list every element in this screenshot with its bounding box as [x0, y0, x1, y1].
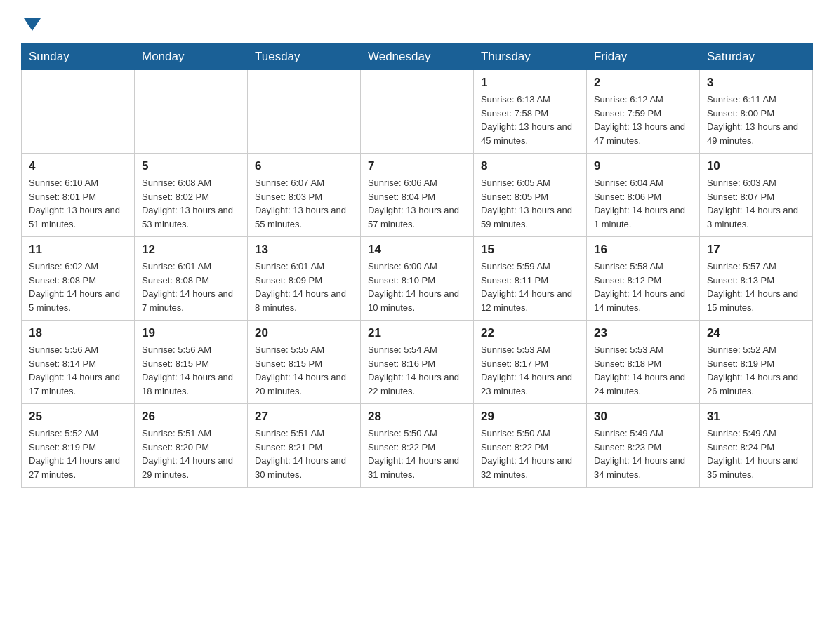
calendar-cell: 24Sunrise: 5:52 AMSunset: 8:19 PMDayligh… — [699, 321, 812, 404]
calendar-cell: 13Sunrise: 6:01 AMSunset: 8:09 PMDayligh… — [247, 237, 360, 321]
day-number: 13 — [255, 243, 353, 257]
calendar-week-row-4: 18Sunrise: 5:56 AMSunset: 8:14 PMDayligh… — [22, 321, 813, 404]
day-info: Sunrise: 5:51 AMSunset: 8:21 PMDaylight:… — [255, 427, 353, 481]
calendar-cell: 9Sunrise: 6:04 AMSunset: 8:06 PMDaylight… — [586, 154, 699, 237]
calendar-week-row-5: 25Sunrise: 5:52 AMSunset: 8:19 PMDayligh… — [22, 404, 813, 488]
calendar-week-row-1: 1Sunrise: 6:13 AMSunset: 7:58 PMDaylight… — [22, 70, 813, 154]
day-number: 3 — [707, 76, 805, 90]
day-info: Sunrise: 6:00 AMSunset: 8:10 PMDaylight:… — [368, 260, 466, 314]
day-info: Sunrise: 5:56 AMSunset: 8:14 PMDaylight:… — [29, 343, 127, 398]
day-number: 26 — [142, 410, 240, 424]
day-info: Sunrise: 5:58 AMSunset: 8:12 PMDaylight:… — [594, 260, 692, 314]
calendar-cell: 7Sunrise: 6:06 AMSunset: 8:04 PMDaylight… — [360, 154, 473, 237]
day-info: Sunrise: 5:49 AMSunset: 8:23 PMDaylight:… — [594, 427, 692, 481]
page-header — [21, 14, 813, 31]
day-number: 9 — [594, 159, 692, 173]
calendar-table: SundayMondayTuesdayWednesdayThursdayFrid… — [21, 43, 813, 488]
day-number: 23 — [594, 326, 692, 340]
calendar-cell — [247, 70, 360, 154]
calendar-cell: 19Sunrise: 5:56 AMSunset: 8:15 PMDayligh… — [134, 321, 247, 404]
day-number: 16 — [594, 243, 692, 257]
day-number: 6 — [255, 159, 353, 173]
day-info: Sunrise: 6:04 AMSunset: 8:06 PMDaylight:… — [594, 176, 692, 231]
day-number: 24 — [707, 326, 805, 340]
day-info: Sunrise: 5:49 AMSunset: 8:24 PMDaylight:… — [707, 427, 805, 481]
day-info: Sunrise: 6:11 AMSunset: 8:00 PMDaylight:… — [707, 93, 805, 147]
calendar-cell: 31Sunrise: 5:49 AMSunset: 8:24 PMDayligh… — [699, 404, 812, 488]
weekday-header-wednesday: Wednesday — [360, 44, 473, 70]
weekday-header-tuesday: Tuesday — [247, 44, 360, 70]
day-number: 1 — [481, 76, 579, 90]
calendar-cell: 30Sunrise: 5:49 AMSunset: 8:23 PMDayligh… — [586, 404, 699, 488]
day-info: Sunrise: 6:02 AMSunset: 8:08 PMDaylight:… — [29, 260, 127, 314]
day-info: Sunrise: 6:13 AMSunset: 7:58 PMDaylight:… — [481, 93, 579, 147]
day-number: 25 — [29, 410, 127, 424]
calendar-body: 1Sunrise: 6:13 AMSunset: 7:58 PMDaylight… — [22, 70, 813, 488]
day-number: 21 — [368, 326, 466, 340]
day-info: Sunrise: 6:05 AMSunset: 8:05 PMDaylight:… — [481, 176, 579, 231]
day-info: Sunrise: 6:01 AMSunset: 8:08 PMDaylight:… — [142, 260, 240, 314]
day-info: Sunrise: 5:53 AMSunset: 8:17 PMDaylight:… — [481, 343, 579, 398]
day-info: Sunrise: 6:12 AMSunset: 7:59 PMDaylight:… — [594, 93, 692, 147]
logo — [21, 14, 41, 31]
calendar-cell: 4Sunrise: 6:10 AMSunset: 8:01 PMDaylight… — [22, 154, 135, 237]
calendar-cell: 1Sunrise: 6:13 AMSunset: 7:58 PMDaylight… — [473, 70, 586, 154]
day-number: 7 — [368, 159, 466, 173]
day-number: 15 — [481, 243, 579, 257]
day-info: Sunrise: 5:51 AMSunset: 8:20 PMDaylight:… — [142, 427, 240, 481]
day-info: Sunrise: 5:55 AMSunset: 8:15 PMDaylight:… — [255, 343, 353, 398]
day-info: Sunrise: 6:03 AMSunset: 8:07 PMDaylight:… — [707, 176, 805, 231]
day-number: 18 — [29, 326, 127, 340]
day-number: 12 — [142, 243, 240, 257]
day-info: Sunrise: 5:56 AMSunset: 8:15 PMDaylight:… — [142, 343, 240, 398]
day-number: 10 — [707, 159, 805, 173]
weekday-header-monday: Monday — [134, 44, 247, 70]
calendar-cell: 12Sunrise: 6:01 AMSunset: 8:08 PMDayligh… — [134, 237, 247, 321]
calendar-cell: 16Sunrise: 5:58 AMSunset: 8:12 PMDayligh… — [586, 237, 699, 321]
calendar-cell: 27Sunrise: 5:51 AMSunset: 8:21 PMDayligh… — [247, 404, 360, 488]
calendar-cell: 5Sunrise: 6:08 AMSunset: 8:02 PMDaylight… — [134, 154, 247, 237]
day-number: 30 — [594, 410, 692, 424]
day-number: 27 — [255, 410, 353, 424]
calendar-cell — [22, 70, 135, 154]
calendar-cell: 17Sunrise: 5:57 AMSunset: 8:13 PMDayligh… — [699, 237, 812, 321]
calendar-cell — [360, 70, 473, 154]
calendar-cell: 15Sunrise: 5:59 AMSunset: 8:11 PMDayligh… — [473, 237, 586, 321]
day-number: 8 — [481, 159, 579, 173]
day-info: Sunrise: 5:53 AMSunset: 8:18 PMDaylight:… — [594, 343, 692, 398]
day-info: Sunrise: 5:52 AMSunset: 8:19 PMDaylight:… — [29, 427, 127, 481]
calendar-cell: 3Sunrise: 6:11 AMSunset: 8:00 PMDaylight… — [699, 70, 812, 154]
day-info: Sunrise: 6:01 AMSunset: 8:09 PMDaylight:… — [255, 260, 353, 314]
logo-arrow-icon — [24, 18, 41, 31]
calendar-cell: 25Sunrise: 5:52 AMSunset: 8:19 PMDayligh… — [22, 404, 135, 488]
calendar-week-row-3: 11Sunrise: 6:02 AMSunset: 8:08 PMDayligh… — [22, 237, 813, 321]
day-info: Sunrise: 6:07 AMSunset: 8:03 PMDaylight:… — [255, 176, 353, 231]
calendar-cell: 18Sunrise: 5:56 AMSunset: 8:14 PMDayligh… — [22, 321, 135, 404]
calendar-cell: 23Sunrise: 5:53 AMSunset: 8:18 PMDayligh… — [586, 321, 699, 404]
day-number: 17 — [707, 243, 805, 257]
day-info: Sunrise: 5:59 AMSunset: 8:11 PMDaylight:… — [481, 260, 579, 314]
day-number: 19 — [142, 326, 240, 340]
calendar-cell: 26Sunrise: 5:51 AMSunset: 8:20 PMDayligh… — [134, 404, 247, 488]
day-info: Sunrise: 6:06 AMSunset: 8:04 PMDaylight:… — [368, 176, 466, 231]
calendar-cell: 2Sunrise: 6:12 AMSunset: 7:59 PMDaylight… — [586, 70, 699, 154]
day-number: 28 — [368, 410, 466, 424]
day-number: 31 — [707, 410, 805, 424]
calendar-cell: 10Sunrise: 6:03 AMSunset: 8:07 PMDayligh… — [699, 154, 812, 237]
day-info: Sunrise: 5:57 AMSunset: 8:13 PMDaylight:… — [707, 260, 805, 314]
calendar-cell: 28Sunrise: 5:50 AMSunset: 8:22 PMDayligh… — [360, 404, 473, 488]
day-info: Sunrise: 5:52 AMSunset: 8:19 PMDaylight:… — [707, 343, 805, 398]
weekday-header-thursday: Thursday — [473, 44, 586, 70]
calendar-cell: 14Sunrise: 6:00 AMSunset: 8:10 PMDayligh… — [360, 237, 473, 321]
day-info: Sunrise: 6:08 AMSunset: 8:02 PMDaylight:… — [142, 176, 240, 231]
calendar-cell — [134, 70, 247, 154]
calendar-cell: 8Sunrise: 6:05 AMSunset: 8:05 PMDaylight… — [473, 154, 586, 237]
calendar-cell: 21Sunrise: 5:54 AMSunset: 8:16 PMDayligh… — [360, 321, 473, 404]
day-info: Sunrise: 5:50 AMSunset: 8:22 PMDaylight:… — [481, 427, 579, 481]
day-number: 11 — [29, 243, 127, 257]
day-number: 14 — [368, 243, 466, 257]
day-number: 20 — [255, 326, 353, 340]
day-number: 2 — [594, 76, 692, 90]
calendar-cell: 20Sunrise: 5:55 AMSunset: 8:15 PMDayligh… — [247, 321, 360, 404]
calendar-week-row-2: 4Sunrise: 6:10 AMSunset: 8:01 PMDaylight… — [22, 154, 813, 237]
